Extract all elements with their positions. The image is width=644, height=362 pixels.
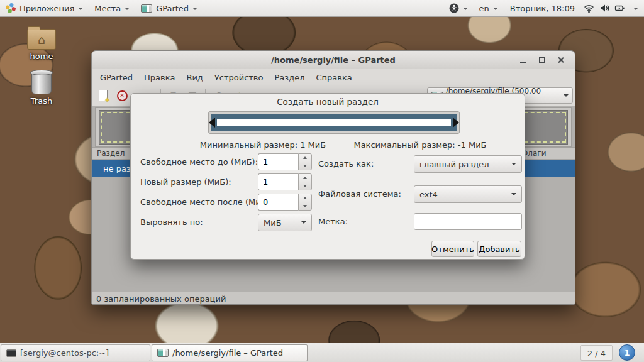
clock[interactable]: Вторник, 18:09: [504, 4, 581, 13]
language-menu[interactable]: en: [474, 0, 504, 16]
free-after-input[interactable]: [258, 194, 298, 211]
gparted-icon: [157, 349, 169, 357]
free-before-label: Свободное место до (МиБ):: [140, 153, 258, 170]
desktop-icon-home[interactable]: ⌂ home: [21, 25, 62, 61]
free-after-spinner: [258, 194, 312, 211]
create-as-dropdown[interactable]: главный раздел: [414, 155, 522, 173]
spinner-buttons: [298, 194, 312, 211]
close-icon: [557, 57, 564, 63]
spin-up-button[interactable]: [299, 174, 311, 182]
chevron-down-icon: [78, 8, 83, 10]
minimize-icon: [520, 62, 526, 63]
spin-down-button[interactable]: [299, 202, 311, 211]
menu-help[interactable]: Справка: [311, 70, 358, 85]
wifi-icon[interactable]: [581, 4, 597, 13]
delete-icon: ✕: [117, 90, 128, 101]
free-before-spinner: [258, 153, 312, 170]
partition-size-slider[interactable]: [208, 111, 460, 134]
label-input[interactable]: [414, 213, 522, 230]
spin-down-button[interactable]: [299, 182, 311, 190]
new-partition-icon: ✦: [99, 90, 108, 101]
chevron-down-icon: [493, 8, 498, 10]
terminal-icon: [6, 349, 16, 357]
chevron-down-icon: [301, 221, 306, 224]
gparted-window-title: /home/sergiy/file – GParted: [172, 348, 283, 358]
taskbar-terminal-button[interactable]: [sergiy@centos-pc:~]: [1, 344, 150, 361]
chevron-down-icon: [564, 94, 569, 97]
gparted-icon: [141, 4, 152, 13]
applications-icon: [4, 2, 17, 14]
align-to-dropdown[interactable]: МиБ: [258, 214, 312, 231]
new-partition-button[interactable]: ✦: [97, 88, 109, 103]
slider-left-handle[interactable]: [209, 118, 215, 128]
spin-up-button[interactable]: [299, 154, 311, 162]
menu-edit[interactable]: Правка: [138, 70, 180, 85]
maximum-size-label: Максимальный размер: -1 МиБ: [341, 140, 499, 150]
trash-icon: [31, 72, 52, 94]
spin-down-button[interactable]: [299, 162, 311, 170]
arrow-up-icon: [303, 197, 307, 199]
filesystem-dropdown[interactable]: ext4: [414, 185, 522, 203]
menu-partition[interactable]: Раздел: [269, 70, 310, 85]
new-size-spinner: [258, 173, 312, 190]
pending-operations-status: 0 запланированных операций: [96, 294, 226, 304]
star-glyph: ✦: [104, 96, 110, 104]
column-header-partition[interactable]: Раздел: [97, 149, 125, 158]
create-partition-dialog: Создать новый раздел Минимальный размер:…: [130, 93, 525, 260]
arrow-down-icon: [303, 205, 307, 207]
x-glyph: ✕: [119, 92, 125, 99]
chevron-down-icon: [125, 8, 130, 10]
menu-view[interactable]: Вид: [180, 70, 208, 85]
spin-up-button[interactable]: [299, 194, 311, 202]
system-menu[interactable]: [628, 0, 644, 16]
arrow-down-icon: [303, 165, 307, 167]
accessibility-menu[interactable]: [443, 0, 474, 16]
desktop-background: Приложения Места GParted en Вторник, 18:…: [0, 0, 644, 362]
filesystem-label: Файловая система:: [318, 185, 401, 202]
arrow-up-icon: [303, 156, 307, 159]
menu-device[interactable]: Устройство: [209, 70, 269, 85]
window-titlebar[interactable]: /home/sergiy/file – GParted: [92, 51, 575, 69]
menu-gparted[interactable]: GParted: [94, 70, 138, 85]
align-to-label: Выровнять по:: [140, 214, 203, 231]
volume-icon[interactable]: [597, 3, 612, 13]
house-glyph: ⌂: [38, 33, 45, 47]
create-as-value: главный раздел: [419, 160, 489, 169]
workspace-indicator[interactable]: 2 / 4: [580, 345, 613, 361]
slider-frame: [211, 114, 457, 131]
battery-icon[interactable]: [612, 3, 628, 13]
trash-icon-label: Trash: [21, 96, 62, 106]
new-size-input[interactable]: [258, 173, 298, 190]
chevron-down-icon: [463, 8, 468, 10]
taskbar-gparted-button[interactable]: /home/sergiy/file – GParted: [152, 344, 308, 361]
chevron-down-icon: [192, 8, 197, 10]
add-button[interactable]: Добавить: [477, 241, 521, 257]
chevron-down-icon: [511, 163, 516, 165]
slider-body: [217, 119, 451, 126]
language-label: en: [479, 4, 489, 13]
label-field-label: Метка:: [318, 213, 348, 230]
free-after-label: Свободное место после (МиБ):: [140, 194, 272, 211]
maximize-button[interactable]: [532, 51, 551, 69]
active-app-menu[interactable]: GParted: [135, 0, 203, 16]
accessibility-icon: [449, 3, 459, 13]
minimize-button[interactable]: [513, 51, 532, 69]
arrow-down-icon: [303, 185, 307, 187]
places-menu[interactable]: Места: [89, 0, 135, 16]
applications-menu[interactable]: Приложения: [0, 0, 89, 16]
delete-partition-button[interactable]: ✕: [116, 88, 128, 103]
close-button[interactable]: [551, 51, 570, 69]
cancel-button[interactable]: Отменить: [431, 241, 474, 257]
new-size-label: Новый размер (МиБ):: [140, 173, 231, 190]
top-panel: Приложения Места GParted en Вторник, 18:…: [0, 0, 644, 17]
slider-right-handle[interactable]: [453, 118, 459, 128]
dialog-title: Создать новый раздел: [131, 97, 525, 107]
minimum-size-label: Минимальный размер: 1 МиБ: [187, 140, 338, 150]
spinner-buttons: [298, 173, 312, 190]
notification-badge[interactable]: 1: [619, 344, 635, 361]
desktop-icon-trash[interactable]: Trash: [21, 70, 62, 106]
statusbar: 0 запланированных операций: [92, 292, 575, 305]
free-before-input[interactable]: [258, 153, 298, 170]
chevron-down-icon: [633, 8, 638, 10]
window-controls: [513, 51, 570, 69]
